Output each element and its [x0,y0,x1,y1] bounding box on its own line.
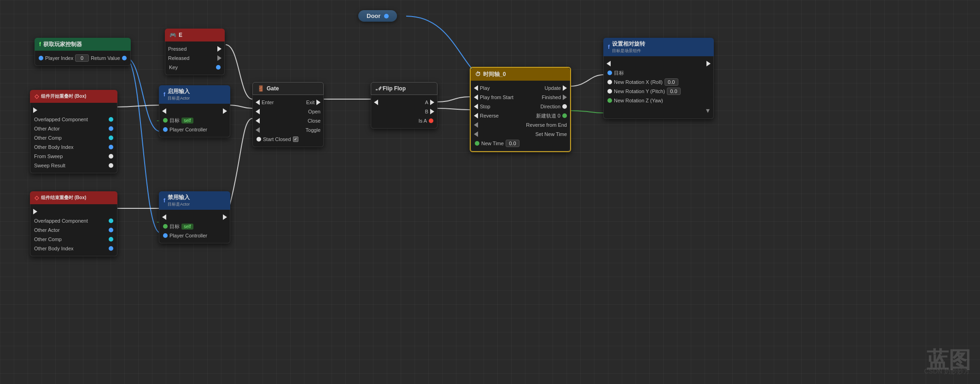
key-e-node: 🎮 E Pressed Released Key [165,29,225,75]
timeline-play-in [474,85,478,91]
disable-player-pin [163,233,168,238]
begin-overlap-title: 组件开始重叠时 (Box) [41,93,86,100]
set-rotation-title: 设置相对旋转 [612,40,645,48]
setrot-exec-out [706,61,711,66]
begin-other-body-label: Other Body Index [34,144,74,150]
timeline-reverse-in [474,113,478,118]
timeline-newtrack-label: 新建轨道 0 [536,112,560,119]
enable-input-node: f 启用输入 目标是Actor 目标 self Player Controlle… [159,85,230,137]
timeline-playfromstart-row: Play from Start Finished [471,93,570,102]
setrot-exec-in [607,61,611,66]
door-pin [384,14,389,18]
gate-body: Enter Exit Open Close Toggle Start Close… [252,95,324,147]
get-player-controller-node: f 获取玩家控制器 Player Index Return Value [35,38,131,66]
setrot-x-pin [607,80,612,84]
setrot-x-input[interactable] [665,78,678,86]
return-value-label: Return Value [91,55,120,61]
end-other-comp-label: Other Comp [34,236,62,242]
ff-a-label: A [425,100,428,105]
enable-input-body: 目标 self Player Controller [159,104,230,137]
disable-input-header: f 禁用输入 目标是Actor [159,191,230,210]
timeline-play-label: Play [480,85,490,91]
end-overlapped-comp-row: Overlapped Component [30,216,117,225]
gate-start-closed-row: Start Closed [253,135,323,144]
begin-other-body-row: Other Body Index [30,142,117,152]
end-overlap-icon: ◇ [35,195,39,201]
timeline-node: ⏱ 时间轴_0 Play Update Play from Start Fini… [470,67,571,152]
timeline-body: Play Update Play from Start Finished Sto… [471,81,570,151]
end-overlap-body: Overlapped Component Other Actor Other C… [30,204,117,256]
disable-input-node: f 禁用输入 目标是Actor 目标 self Player Controlle… [159,191,230,243]
begin-other-comp-pin [109,136,113,140]
gate-exit-label: Exit [306,100,315,105]
timeline-stop-label: Stop [480,104,490,109]
from-sweep-row: From Sweep [30,152,117,161]
timeline-header: ⏱ 时间轴_0 [471,68,570,81]
disable-input-icon: f [163,197,165,204]
key-pin [216,65,221,70]
timeline-snt-in [474,131,478,137]
timeline-finished-label: Finished [542,95,561,100]
timeline-newtime-input[interactable] [506,140,519,147]
flip-flop-icon: 𝒩 [376,85,380,92]
end-exec-row [30,207,117,216]
setrot-y-input[interactable] [667,88,681,95]
gate-close-pin [256,118,260,124]
watermark-sub: CSDN 奶妙妙方 [924,367,970,376]
player-index-label: Player Index [45,55,73,61]
begin-overlap-node: ◇ 组件开始重叠时 (Box) Overlapped Component Oth… [30,90,117,173]
gate-header: 🚪 Gate [252,82,324,95]
enable-target-label: 目标 [169,117,180,124]
disable-target-pin [163,224,168,229]
timeline-rfend-row: Reverse from End [471,120,570,130]
end-other-body-row: Other Body Index [30,244,117,253]
ff-isa-row: Is A [371,116,437,125]
end-other-actor-label: Other Actor [34,227,60,233]
begin-other-comp-label: Other Comp [34,135,62,141]
enable-player-pin [163,127,168,132]
timeline-pfs-in [474,95,478,100]
gate-start-closed-pin [257,137,261,142]
get-player-index-row: Player Index Return Value [35,53,130,63]
begin-exec-row [30,106,117,115]
end-overlapped-label: Overlapped Component [34,218,88,224]
flip-flop-title: Flip Flop [383,85,406,92]
gate-enter-row: Enter Exit [253,98,323,107]
setrot-z-row: New Rotation Z (Yaw) [604,96,713,105]
enable-self-tag: self [181,118,193,124]
gate-open-row: Open [253,107,323,116]
timeline-update-label: Update [545,85,561,91]
player-index-input[interactable] [75,54,89,62]
timeline-finished-pin [563,95,567,100]
gate-open-label: Open [308,109,321,114]
flip-flop-body: A B Is A [371,95,438,129]
end-exec-pin [33,209,37,214]
timeline-newtime-pin [475,141,479,146]
gate-toggle-row: Toggle [253,125,323,135]
setrot-z-pin [607,98,612,103]
key-label: Key [169,65,178,70]
gate-start-closed-label: Start Closed [263,136,291,142]
timeline-rfend-in [474,122,478,128]
from-sweep-pin [109,154,113,159]
sweep-result-pin [109,163,113,168]
ff-exec-in-row: A [371,98,437,107]
set-rotation-body: 目标 New Rotation X (Roll) New Rotation Y … [603,56,714,119]
enable-input-title: 启用输入 [168,88,190,95]
gate-start-closed-checkbox[interactable] [293,136,298,142]
enable-input-exec-in [162,108,166,114]
ff-b-pin [430,109,434,114]
gate-exec-out [316,100,321,105]
disable-player-row: Player Controller [159,231,230,240]
gate-title: Gate [267,85,279,92]
begin-other-comp-row: Other Comp [30,133,117,142]
enable-input-subtitle: 目标是Actor [168,95,190,101]
get-player-body: Player Index Return Value [35,51,131,66]
from-sweep-label: From Sweep [34,154,63,159]
timeline-reverse-label: Reverse [480,113,499,118]
disable-player-label: Player Controller [169,233,207,238]
ff-isa-pin [429,118,433,123]
end-overlapped-pin [109,219,113,223]
get-player-title: 获取玩家控制器 [43,41,82,48]
enable-input-header: f 启用输入 目标是Actor [159,85,230,104]
